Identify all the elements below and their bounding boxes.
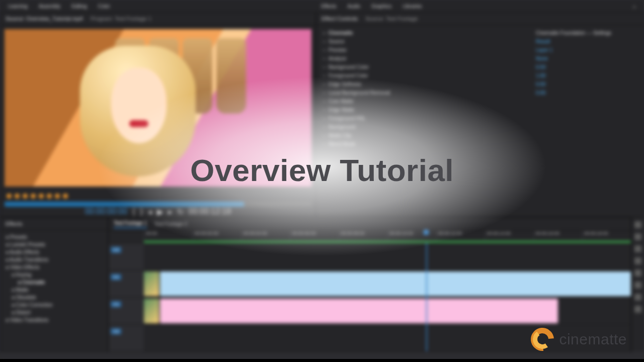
timeline-tab-active[interactable]: Test Footage 1 xyxy=(114,220,147,228)
effect-param[interactable]: Background xyxy=(324,124,530,130)
bin-item[interactable]: Obsolete xyxy=(6,295,103,300)
ripple-tool-icon[interactable] xyxy=(634,233,641,240)
effect-param[interactable]: Blend Mode xyxy=(324,141,530,147)
effect-value[interactable]: 0.50 xyxy=(536,64,636,70)
zoom-tool-icon[interactable] xyxy=(634,294,641,301)
effect-value[interactable]: None xyxy=(536,56,636,61)
razor-tool-icon[interactable] xyxy=(634,245,641,252)
bin-item[interactable]: Video Transitions xyxy=(6,317,103,323)
pen-tool-icon[interactable] xyxy=(634,269,641,277)
workspace-menubar: Learning Assembly Editing Color Effects … xyxy=(0,0,644,12)
menu-item[interactable]: Assembly xyxy=(39,4,60,9)
timeline-tab[interactable]: Test Footage 2 xyxy=(154,221,187,227)
menu-item[interactable]: Editing xyxy=(71,4,87,9)
effect-value[interactable]: 0.00 xyxy=(536,81,636,87)
effect-param[interactable]: Foreground HSL xyxy=(324,116,530,121)
timeline-toolbar xyxy=(631,217,644,352)
playhead-icon[interactable] xyxy=(424,230,429,235)
menu-item[interactable]: Effects xyxy=(321,4,336,9)
audio-meter-dots xyxy=(1,191,315,202)
track-header-v2[interactable]: V2 xyxy=(109,243,144,270)
menu-item[interactable]: Audio xyxy=(348,4,361,9)
effect-value[interactable]: 0.00 xyxy=(536,90,636,96)
monitor-transport: 00:00:00:00 { } ◂ ▶ ▸ ↻ 00:00:12:18 xyxy=(1,207,315,217)
timeline-tabs: Test Footage 1 Test Footage 2 xyxy=(109,218,631,231)
effect-param[interactable]: Core Matte xyxy=(324,99,530,104)
play-icon[interactable]: ▶ xyxy=(157,207,163,217)
effect-param[interactable]: Matte Clip xyxy=(324,133,530,138)
clip-thumbnail[interactable] xyxy=(144,299,159,323)
mark-in-icon[interactable]: { xyxy=(132,207,135,216)
search-icon[interactable]: ⌕ xyxy=(633,4,636,9)
bin-item[interactable]: Matte xyxy=(6,287,103,293)
type-tool-icon[interactable] xyxy=(634,306,641,313)
menu-item[interactable]: Libraries xyxy=(403,4,422,9)
bin-item[interactable]: Keying xyxy=(6,272,103,278)
track-headers: V2 V1 A1 A2 xyxy=(109,243,144,351)
track-header-v1[interactable]: V1 xyxy=(109,270,144,297)
effect-value[interactable]: Layer 1 xyxy=(536,47,636,53)
timeline-lanes[interactable] xyxy=(144,243,631,351)
hand-tool-icon[interactable] xyxy=(634,282,641,289)
loop-icon[interactable]: ↻ xyxy=(177,207,184,217)
effect-param[interactable]: Local Background Removal xyxy=(324,90,530,96)
mark-out-icon[interactable]: } xyxy=(140,207,143,216)
panel-title: Effect Controls Source: Test Footage xyxy=(316,13,643,25)
effect-value[interactable]: 1.00 xyxy=(536,73,636,78)
effect-param[interactable]: Analyze xyxy=(324,56,530,61)
video-clip[interactable] xyxy=(160,272,631,296)
timeline-ruler[interactable]: 00:00 00:00:02:00 00:00:04:00 00:00:06:0… xyxy=(144,231,631,243)
slip-tool-icon[interactable] xyxy=(634,257,641,264)
effects-bin-panel: Effects Presets Lumetri Presets Audio Ef… xyxy=(0,217,108,352)
track-header-a1[interactable]: A1 xyxy=(109,297,144,324)
track-header-a2[interactable]: A2 xyxy=(109,324,144,351)
monitor-scrubber[interactable] xyxy=(5,202,311,207)
timeline-panel: Test Footage 1 Test Footage 2 00:00 00:0… xyxy=(108,217,631,352)
menu-item[interactable]: Learning xyxy=(8,4,28,9)
program-monitor-viewport[interactable] xyxy=(5,29,311,187)
effect-values-header: Cinematte Foundation — Settings xyxy=(536,30,636,36)
effect-values-column: Cinematte Foundation — Settings Result L… xyxy=(536,30,636,212)
timecode: 00:00:12:18 xyxy=(189,207,231,216)
effect-value[interactable]: Result xyxy=(536,39,636,44)
panel-title: Source: Overview_Tutorial.mp4 Program: T… xyxy=(1,13,315,25)
video-editor-app: Learning Assembly Editing Color Effects … xyxy=(0,0,644,362)
panel-title: Effects xyxy=(1,218,108,230)
effect-param[interactable]: Background Color xyxy=(324,64,530,70)
bin-item[interactable]: Video Effects xyxy=(6,264,103,270)
effect-param[interactable]: Edge Matte xyxy=(324,107,530,113)
bin-item[interactable]: Lumetri Presets xyxy=(6,242,103,247)
step-back-icon[interactable]: ◂ xyxy=(148,207,152,217)
effect-param[interactable]: Preview xyxy=(324,47,530,53)
effect-param[interactable]: Foreground Color xyxy=(324,73,530,78)
selection-tool-icon[interactable] xyxy=(634,221,641,228)
bin-item[interactable]: Distort xyxy=(6,310,103,315)
program-monitor-panel: Source: Overview_Tutorial.mp4 Program: T… xyxy=(0,12,316,217)
bin-item[interactable]: Presets xyxy=(6,234,103,240)
effect-params-tree[interactable]: Cinematte Source Preview Analyze Backgro… xyxy=(324,30,530,212)
effects-bin-list[interactable]: Presets Lumetri Presets Audio Effects Au… xyxy=(1,230,108,351)
video-clip[interactable] xyxy=(160,299,558,323)
clip-thumbnail[interactable] xyxy=(144,272,159,296)
step-fwd-icon[interactable]: ▸ xyxy=(168,207,172,217)
bin-item[interactable]: Audio Transitions xyxy=(6,257,103,262)
bin-item[interactable]: Audio Effects xyxy=(6,249,103,255)
menu-item[interactable]: Graphics xyxy=(371,4,391,9)
timecode: 00:00:00:00 xyxy=(85,207,128,216)
effect-param[interactable]: Source xyxy=(324,39,530,44)
bin-item-selected[interactable]: Cinematte xyxy=(6,280,103,285)
effect-controls-panel: Effect Controls Source: Test Footage Cin… xyxy=(316,12,644,217)
effect-group[interactable]: Cinematte xyxy=(324,30,530,36)
playhead-line[interactable] xyxy=(426,243,427,351)
bin-item[interactable]: Color Correction xyxy=(6,302,103,308)
menu-item[interactable]: Color xyxy=(98,4,110,9)
effect-param[interactable]: Edge Softness xyxy=(324,81,530,87)
